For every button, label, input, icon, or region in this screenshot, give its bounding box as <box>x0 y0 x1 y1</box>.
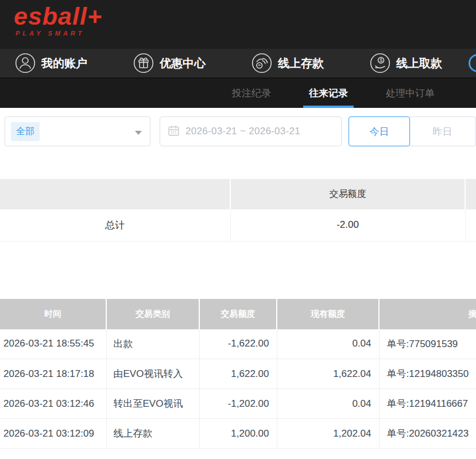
cell-remark: 单号:775091539 <box>379 329 476 359</box>
cell-time: 2026-03-21 03:12:46 <box>0 389 106 419</box>
nav-item-deposit[interactable]: 线上存款 <box>251 53 324 73</box>
cell-balance: 1,202.04 <box>277 419 379 449</box>
cell-type: 由EVO视讯转入 <box>106 359 199 389</box>
summary-header-clipped <box>465 179 476 209</box>
account-icon <box>15 53 36 73</box>
nav-item-withdraw[interactable]: $ 线上取款 <box>370 53 442 73</box>
summary-total-clipped <box>465 209 476 241</box>
date-range-input[interactable]: 2026-03-21 ~ 2026-03-21 <box>160 116 342 146</box>
brand-logo[interactable]: esball+ <box>14 3 476 29</box>
cell-type: 转出至EVO视讯 <box>106 389 199 419</box>
active-tab-underline <box>303 106 354 108</box>
summary-total-row: 总计 -2.00 <box>0 209 476 241</box>
tab-pending-orders[interactable]: 处理中订单 <box>381 79 439 108</box>
col-header-remark: 摘要 <box>379 299 476 329</box>
nav-item-promotions[interactable]: 优惠中心 <box>133 53 206 73</box>
col-header-amount: 交易额度 <box>199 299 277 329</box>
tab-transaction-records[interactable]: 往来记录 <box>304 79 353 108</box>
date-range-value: 2026-03-21 ~ 2026-03-21 <box>185 126 300 137</box>
filter-row: 全部 2026-03-21 ~ 2026-03-21 今日 昨日 <box>5 116 476 146</box>
brand-bar: esball+ PLAY SMART <box>0 0 476 49</box>
cell-remark: 单号:12194803350 <box>379 359 476 389</box>
cell-type: 线上存款 <box>106 419 199 449</box>
gift-icon <box>133 53 154 73</box>
deposit-icon <box>251 53 272 73</box>
main-nav: 我的账户 优惠中心 线上存款 <box>0 49 476 77</box>
nav-item-my-account[interactable]: 我的账户 <box>15 53 87 73</box>
nav-label: 线上存款 <box>278 56 324 71</box>
table-row: 2026-03-21 18:17:18 由EVO视讯转入 1,622.00 1,… <box>0 359 476 389</box>
table-row: 2026-03-21 03:12:09 线上存款 1,200.00 1,202.… <box>0 419 476 449</box>
col-header-balance: 现有额度 <box>277 299 379 329</box>
chevron-down-icon <box>135 131 142 135</box>
brand-tagline: PLAY SMART <box>16 30 476 37</box>
cell-time: 2026-03-21 18:55:45 <box>0 329 106 359</box>
cell-amount: -1,622.00 <box>199 329 277 359</box>
col-header-type: 交易类别 <box>106 299 199 329</box>
summary-total-label: 总计 <box>0 209 230 241</box>
cell-remark: 单号:12194116667 <box>379 389 476 419</box>
svg-text:$: $ <box>380 57 382 63</box>
records-tabbar: 投注纪录 往来记录 处理中订单 <box>0 77 476 108</box>
calendar-icon <box>168 125 180 139</box>
cell-amount: -1,202.00 <box>199 389 277 419</box>
summary-header-row: 交易额度 <box>0 179 476 209</box>
clipped-nav-icon[interactable] <box>469 54 476 72</box>
cell-time: 2026-03-21 03:12:09 <box>0 419 106 449</box>
cell-amount: 1,200.00 <box>199 419 277 449</box>
nav-label: 优惠中心 <box>160 56 206 71</box>
withdraw-icon: $ <box>370 53 390 73</box>
nav-label: 线上取款 <box>396 56 442 71</box>
type-filter-select[interactable]: 全部 <box>5 116 150 146</box>
quick-date-buttons: 今日 昨日 <box>349 116 476 146</box>
cell-balance: 0.04 <box>277 329 379 359</box>
cell-remark: 单号:20260321423 <box>379 419 476 449</box>
summary-header-amount: 交易额度 <box>230 179 465 209</box>
cell-balance: 0.04 <box>277 389 379 419</box>
today-button[interactable]: 今日 <box>349 116 410 146</box>
summary-total-value: -2.00 <box>230 209 465 241</box>
cell-time: 2026-03-21 18:17:18 <box>0 359 106 389</box>
cell-amount: 1,622.00 <box>199 359 277 389</box>
col-header-time: 时间 <box>0 299 106 329</box>
yesterday-button[interactable]: 昨日 <box>409 116 476 146</box>
cell-balance: 1,622.04 <box>277 359 379 389</box>
cell-type: 出款 <box>106 329 199 359</box>
summary-header-empty <box>0 179 230 209</box>
table-row: 2026-03-21 18:55:45 出款 -1,622.00 0.04 单号… <box>0 329 476 359</box>
table-row: 2026-03-21 03:12:46 转出至EVO视讯 -1,202.00 0… <box>0 389 476 419</box>
selected-type-chip[interactable]: 全部 <box>11 122 40 141</box>
summary-table: 交易额度 总计 -2.00 <box>0 179 476 242</box>
nav-label: 我的账户 <box>41 56 87 71</box>
transactions-header-row: 时间 交易类别 交易额度 现有额度 摘要 <box>0 299 476 329</box>
transactions-table: 时间 交易类别 交易额度 现有额度 摘要 2026-03-21 18:55:45… <box>0 299 476 449</box>
tab-betting-records[interactable]: 投注纪录 <box>227 79 276 108</box>
